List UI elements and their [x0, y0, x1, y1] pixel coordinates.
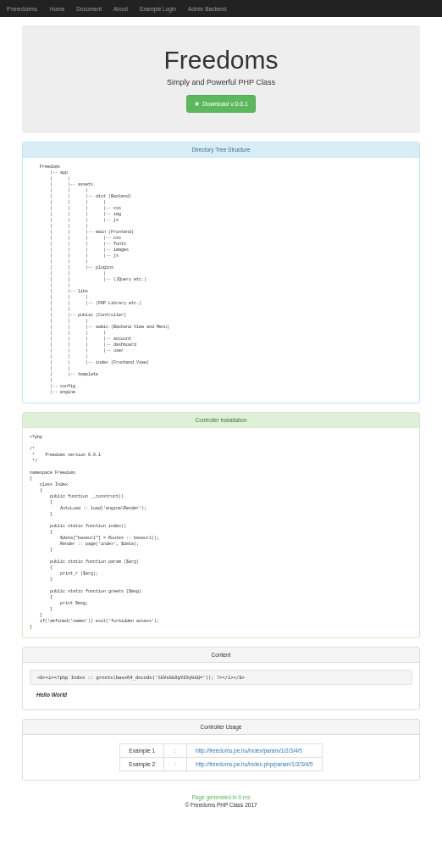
panel-content-heading: Content: [23, 648, 419, 663]
nav-link-document[interactable]: Document: [70, 1, 108, 17]
usage-link-1[interactable]: http://freedoms.pe.hu/index/param/1/2/3/…: [196, 748, 302, 754]
content-code: <b><i><?php Index :: greets(base64_decod…: [30, 670, 412, 685]
download-label: Download v.0.0.1: [202, 101, 248, 107]
footer-copy: © Freedoms PHP Class 2017: [22, 802, 420, 808]
panel-install-body: <?php /* * freedoms version 0.0.1 */ nam…: [23, 428, 419, 637]
star-icon: ★: [194, 100, 200, 108]
hero-subtitle: Simply and Powerful PHP Class: [39, 78, 403, 86]
download-button[interactable]: ★ Download v.0.0.1: [186, 95, 256, 113]
footer-gen: Page generated in 0 ms: [22, 794, 420, 800]
nav-links: Home Document About Example Login Admin …: [44, 1, 233, 17]
navbar: Freedoms Home Document About Example Log…: [0, 0, 442, 17]
panel-install-heading: Controller Installation: [23, 413, 419, 428]
nav-link-about[interactable]: About: [108, 1, 134, 17]
panel-usage-heading: Controller Usage: [23, 720, 419, 735]
footer: Page generated in 0 ms © Freedoms PHP Cl…: [22, 789, 420, 818]
nav-link-home[interactable]: Home: [44, 1, 70, 17]
panel-usage: Controller Usage Example 1 : http://free…: [22, 719, 420, 781]
content-output: Hello World: [30, 690, 412, 703]
panel-tree: Directory Tree Structure Freedoms |-- ap…: [22, 142, 420, 403]
colon-icon: :: [173, 761, 178, 767]
nav-link-admin-backend[interactable]: Admin Backend: [182, 1, 233, 17]
panel-tree-body: Freedoms |-- app | | | |-- assets | | | …: [23, 158, 419, 403]
tree-content: Freedoms |-- app | | | |-- assets | | | …: [30, 164, 412, 396]
install-content: <?php /* * freedoms version 0.0.1 */ nam…: [30, 435, 412, 631]
main-container: Freedoms Simply and Powerful PHP Class ★…: [22, 17, 420, 826]
nav-link-example-login[interactable]: Example Login: [134, 1, 182, 17]
panel-tree-heading: Directory Tree Structure: [23, 142, 419, 158]
usage-link-2[interactable]: http://freedoms.pe.hu/index.php/param/1/…: [196, 761, 313, 767]
usage-table: Example 1 : http://freedoms.pe.hu/index/…: [119, 743, 322, 771]
usage-body: Example 1 : http://freedoms.pe.hu/index/…: [23, 735, 419, 780]
panel-content: Content <b><i><?php Index :: greets(base…: [22, 647, 420, 710]
panel-content-body: <b><i><?php Index :: greets(base64_decod…: [23, 663, 419, 709]
table-row: Example 2 : http://freedoms.pe.hu/index.…: [120, 758, 322, 771]
usage-label-2: Example 2: [120, 758, 164, 771]
usage-label-1: Example 1: [120, 744, 164, 758]
navbar-brand[interactable]: Freedoms: [7, 5, 37, 13]
table-row: Example 1 : http://freedoms.pe.hu/index/…: [120, 744, 322, 758]
hero-title: Freedoms: [39, 46, 403, 75]
panel-install: Controller Installation <?php /* * freed…: [22, 412, 420, 638]
colon-icon: :: [173, 748, 178, 754]
hero: Freedoms Simply and Powerful PHP Class ★…: [22, 25, 420, 133]
